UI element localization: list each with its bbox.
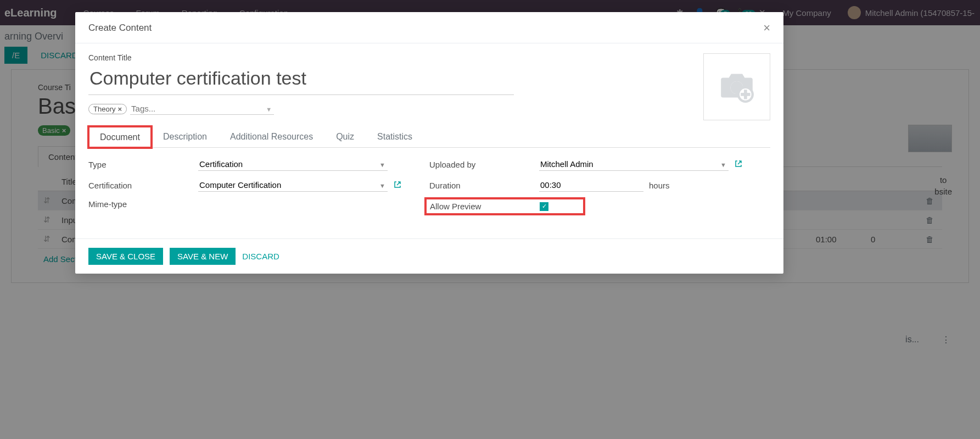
duration-unit: hours <box>649 181 670 190</box>
modal-title: Create Content <box>88 23 152 34</box>
allow-preview-checkbox[interactable]: ✓ <box>540 202 548 211</box>
svg-rect-4 <box>741 93 750 96</box>
certification-select[interactable] <box>198 179 388 192</box>
save-close-button[interactable]: SAVE & CLOSE <box>88 248 163 265</box>
chevron-down-icon[interactable]: ▼ <box>266 106 272 113</box>
certification-label: Certification <box>88 181 198 190</box>
camera-add-icon <box>717 66 757 108</box>
close-icon[interactable]: × <box>117 105 122 113</box>
content-title-label: Content Title <box>88 53 770 62</box>
create-content-modal: Create Content × Content Title Theory× ▼… <box>75 12 783 274</box>
chevron-down-icon[interactable]: ▼ <box>720 162 726 168</box>
duration-input[interactable] <box>539 179 643 192</box>
content-title-input[interactable] <box>88 65 514 95</box>
modal-discard-button[interactable]: DISCARD <box>242 252 279 261</box>
image-upload[interactable] <box>703 53 770 120</box>
duration-label: Duration <box>429 181 539 190</box>
type-label: Type <box>88 160 198 169</box>
type-select[interactable] <box>198 158 388 171</box>
tab-quiz[interactable]: Quiz <box>324 126 366 147</box>
tab-description[interactable]: Description <box>152 126 219 147</box>
tags-input[interactable] <box>130 103 274 115</box>
uploaded-by-select[interactable] <box>539 158 729 171</box>
chevron-down-icon[interactable]: ▼ <box>379 162 385 168</box>
allow-preview-label: Allow Preview <box>430 202 540 211</box>
external-link-icon[interactable] <box>734 159 743 170</box>
close-button[interactable]: × <box>763 21 770 35</box>
save-new-button[interactable]: SAVE & NEW <box>170 248 236 265</box>
tag-theory[interactable]: Theory× <box>88 104 127 114</box>
external-link-icon[interactable] <box>393 180 402 191</box>
tab-statistics[interactable]: Statistics <box>366 126 424 147</box>
tab-additional-resources[interactable]: Additional Resources <box>219 126 324 147</box>
tab-document[interactable]: Document <box>88 126 152 148</box>
mime-type-label: Mime-type <box>88 199 198 209</box>
uploaded-by-label: Uploaded by <box>429 160 539 169</box>
chevron-down-icon[interactable]: ▼ <box>379 182 385 189</box>
